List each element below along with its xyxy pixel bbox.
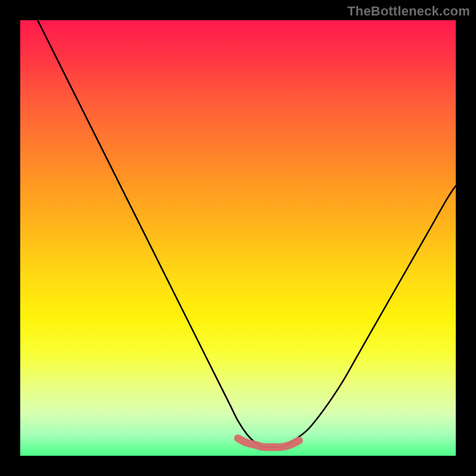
curve-svg	[20, 20, 456, 456]
plot-area	[20, 20, 456, 456]
chart-stage: TheBottleneck.com	[0, 0, 476, 476]
optimal-zone-highlight	[238, 439, 299, 447]
bottleneck-curve	[37, 20, 456, 447]
watermark-text: TheBottleneck.com	[347, 4, 470, 19]
